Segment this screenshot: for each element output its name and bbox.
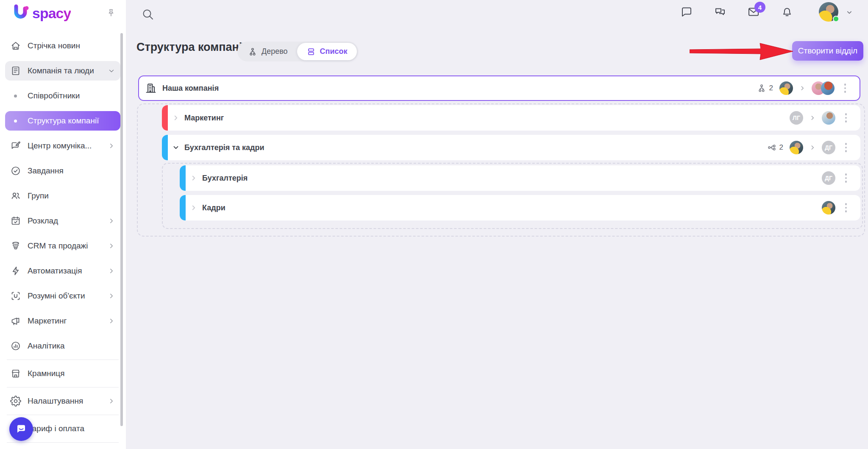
subdepartments-count: 2 bbox=[767, 143, 783, 152]
user-avatar[interactable] bbox=[819, 2, 838, 22]
sidebar-item-label: Аналітика bbox=[28, 341, 65, 351]
pin-sidebar-button[interactable] bbox=[104, 6, 118, 20]
org-structure-icon bbox=[757, 84, 766, 93]
department-color-bar bbox=[162, 135, 168, 160]
lead-initials-avatar[interactable]: ДГ bbox=[822, 171, 835, 185]
profile-menu-button[interactable] bbox=[845, 8, 854, 17]
chat-button[interactable] bbox=[680, 6, 693, 18]
row-meta: ДГ bbox=[822, 171, 860, 185]
chevron-right-icon bbox=[108, 292, 115, 300]
row-meta: ЛГ bbox=[790, 111, 860, 125]
sidebar-item-employees[interactable]: Співробітники bbox=[5, 86, 120, 106]
sidebar-item-communication-center[interactable]: Центр комуніка... bbox=[5, 136, 120, 156]
row-menu-button[interactable] bbox=[842, 172, 850, 184]
department-color-bar bbox=[180, 165, 186, 191]
department-head-avatar[interactable] bbox=[790, 141, 803, 154]
main-content: 4 Структура компанії Дерево bbox=[126, 0, 868, 449]
structure-row-marketing[interactable]: Маркетинг ЛГ bbox=[162, 105, 860, 131]
chat-edit-icon bbox=[10, 140, 21, 151]
sidebar-scrollbar[interactable] bbox=[120, 33, 123, 426]
sidebar-item-crm[interactable]: CRM та продажі bbox=[5, 236, 120, 256]
expand-chevron-icon[interactable] bbox=[190, 204, 198, 212]
sidebar-divider bbox=[7, 387, 119, 388]
structure-row-company[interactable]: Наша компанія 2 bbox=[138, 75, 860, 101]
department-color-bar bbox=[180, 195, 186, 220]
sidebar-item-shop[interactable]: Крамниця bbox=[5, 364, 120, 383]
company-icon bbox=[10, 65, 21, 76]
department-head-avatar[interactable] bbox=[779, 81, 793, 95]
sidebar-item-groups[interactable]: Групи bbox=[5, 186, 120, 206]
sidebar-item-label: Крамниця bbox=[28, 369, 65, 378]
sidebar-item-company-people[interactable]: Компанія та люди bbox=[5, 61, 120, 81]
expand-chevron-icon[interactable] bbox=[190, 174, 198, 182]
sidebar-item-marketing[interactable]: Маркетинг bbox=[5, 311, 120, 331]
department-name: Кадри bbox=[202, 204, 225, 212]
chat-icon bbox=[680, 6, 693, 18]
sidebar-item-label: Співробітники bbox=[28, 91, 80, 100]
sidebar-item-tasks[interactable]: Завдання bbox=[5, 161, 120, 181]
check-circle-icon bbox=[10, 165, 21, 176]
view-toggle-list[interactable]: Список bbox=[297, 43, 357, 60]
chevron-right-icon bbox=[799, 85, 805, 91]
sidebar-item-label: Маркетинг bbox=[28, 316, 67, 326]
structure-row-accounting[interactable]: Бухгалтерія ДГ bbox=[180, 165, 860, 191]
notifications-button[interactable] bbox=[781, 6, 793, 18]
collapse-chevron-icon[interactable] bbox=[172, 144, 180, 151]
storefront-icon bbox=[10, 368, 21, 379]
building-icon bbox=[145, 82, 157, 95]
sidebar-item-newsfeed[interactable]: Стрічка новин bbox=[5, 36, 120, 56]
sidebar-item-label: Тариф і оплата bbox=[28, 424, 84, 433]
bullet-icon bbox=[14, 95, 17, 98]
structure-row-hr[interactable]: Кадри bbox=[180, 195, 860, 220]
row-menu-button[interactable] bbox=[841, 82, 849, 95]
pin-icon bbox=[106, 8, 116, 18]
uspacy-logo[interactable]: spacy bbox=[12, 3, 71, 23]
row-menu-button[interactable] bbox=[842, 112, 850, 124]
search-button[interactable] bbox=[141, 8, 155, 21]
bell-icon bbox=[781, 6, 793, 18]
create-department-button[interactable]: Створити відділ bbox=[792, 41, 863, 61]
calendar-check-icon bbox=[10, 215, 21, 226]
subdepartments-count-value: 2 bbox=[779, 143, 783, 152]
sidebar-item-label: CRM та продажі bbox=[28, 241, 88, 251]
chevron-down-icon bbox=[845, 8, 854, 17]
annotation-arrow bbox=[690, 40, 796, 62]
analytics-icon bbox=[10, 340, 21, 351]
sidebar-item-settings[interactable]: Налаштування bbox=[5, 391, 120, 411]
chevron-right-icon bbox=[108, 397, 115, 405]
member-avatar[interactable] bbox=[822, 111, 835, 125]
sidebar-item-label: Завдання bbox=[28, 166, 64, 176]
department-name: Бухгалтерія та кадри bbox=[184, 143, 264, 152]
view-toggle-tree[interactable]: Дерево bbox=[239, 43, 297, 60]
sidebar-divider bbox=[7, 360, 119, 360]
department-head-avatar[interactable] bbox=[822, 201, 835, 215]
sidebar-item-analytics[interactable]: Аналітика bbox=[5, 336, 120, 356]
departments-count: 2 bbox=[757, 84, 773, 93]
view-toggle: Дерево Список bbox=[237, 42, 358, 61]
row-meta bbox=[822, 201, 860, 215]
structure-row-accounting-hr[interactable]: Бухгалтерія та кадри 2 ДГ bbox=[162, 135, 860, 160]
list-view-icon bbox=[306, 47, 316, 56]
group-chat-button[interactable] bbox=[714, 6, 726, 18]
row-menu-button[interactable] bbox=[842, 201, 850, 214]
row-menu-button[interactable] bbox=[842, 141, 850, 154]
sidebar-item-label: Розумні об'єкти bbox=[28, 291, 85, 301]
sidebar-item-schedule[interactable]: Розклад bbox=[5, 211, 120, 231]
sidebar-item-automation[interactable]: Автоматизація bbox=[5, 261, 120, 281]
mail-button[interactable]: 4 bbox=[747, 6, 760, 18]
sidebar-item-label: Центр комуніка... bbox=[28, 141, 92, 151]
expand-chevron-icon[interactable] bbox=[172, 114, 180, 122]
intercom-chat-button[interactable] bbox=[9, 417, 33, 441]
department-name: Наша компанія bbox=[162, 84, 219, 93]
uspacy-logo-icon bbox=[12, 3, 31, 23]
sidebar-item-company-structure[interactable]: Структура компанії bbox=[5, 111, 120, 131]
view-toggle-label: Список bbox=[320, 47, 348, 56]
chevron-right-icon bbox=[108, 217, 115, 225]
members-avatars[interactable] bbox=[812, 81, 835, 95]
lightning-icon bbox=[10, 265, 21, 276]
member-initials-avatar[interactable]: ДГ bbox=[822, 141, 835, 154]
sidebar-item-label: Структура компанії bbox=[28, 116, 99, 125]
chevron-right-icon bbox=[810, 115, 815, 121]
lead-initials-avatar[interactable]: ЛГ bbox=[790, 111, 803, 125]
sidebar-item-smart-objects[interactable]: Розумні об'єкти bbox=[5, 286, 120, 306]
